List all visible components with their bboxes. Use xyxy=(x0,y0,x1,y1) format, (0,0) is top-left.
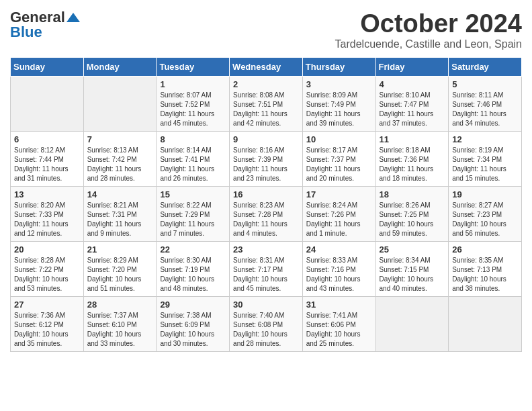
logo-blue-text: Blue xyxy=(10,25,42,40)
day-number: 24 xyxy=(306,244,372,255)
day-info: Sunrise: 7:37 AM Sunset: 6:10 PM Dayligh… xyxy=(87,311,153,349)
calendar-cell: 1Sunrise: 8:07 AM Sunset: 7:52 PM Daylig… xyxy=(157,76,230,131)
calendar-cell: 9Sunrise: 8:16 AM Sunset: 7:39 PM Daylig… xyxy=(230,131,303,186)
month-title: October 2024 xyxy=(335,10,522,38)
day-number: 20 xyxy=(14,244,80,255)
day-header: Friday xyxy=(375,57,449,76)
calendar-cell: 31Sunrise: 7:41 AM Sunset: 6:06 PM Dayli… xyxy=(302,296,375,351)
calendar-cell: 18Sunrise: 8:26 AM Sunset: 7:25 PM Dayli… xyxy=(375,186,449,241)
day-number: 11 xyxy=(380,134,445,144)
day-header: Saturday xyxy=(449,57,522,76)
day-number: 29 xyxy=(160,300,226,310)
calendar-cell xyxy=(83,76,157,131)
day-number: 10 xyxy=(306,134,372,144)
day-number: 23 xyxy=(233,244,299,255)
day-number: 26 xyxy=(452,244,518,255)
calendar-cell: 21Sunrise: 8:29 AM Sunset: 7:20 PM Dayli… xyxy=(83,241,157,296)
page-header: General Blue October 2024 Tardelcuende, … xyxy=(10,10,522,50)
calendar-cell: 30Sunrise: 7:40 AM Sunset: 6:08 PM Dayli… xyxy=(230,296,303,351)
day-number: 9 xyxy=(233,134,299,144)
calendar-cell: 8Sunrise: 8:14 AM Sunset: 7:41 PM Daylig… xyxy=(157,131,230,186)
day-info: Sunrise: 8:35 AM Sunset: 7:13 PM Dayligh… xyxy=(452,256,518,293)
day-info: Sunrise: 8:23 AM Sunset: 7:28 PM Dayligh… xyxy=(233,201,299,238)
day-number: 5 xyxy=(452,79,518,89)
calendar-cell: 2Sunrise: 8:08 AM Sunset: 7:51 PM Daylig… xyxy=(230,76,303,131)
day-header: Monday xyxy=(83,57,157,76)
day-info: Sunrise: 8:16 AM Sunset: 7:39 PM Dayligh… xyxy=(233,146,299,183)
day-info: Sunrise: 8:26 AM Sunset: 7:25 PM Dayligh… xyxy=(380,201,445,238)
calendar-body: 1Sunrise: 8:07 AM Sunset: 7:52 PM Daylig… xyxy=(11,76,522,351)
title-block: October 2024 Tardelcuende, Castille and … xyxy=(335,10,522,50)
calendar-header: SundayMondayTuesdayWednesdayThursdayFrid… xyxy=(11,57,522,76)
day-number: 18 xyxy=(380,189,445,199)
day-number: 16 xyxy=(233,189,299,199)
day-number: 17 xyxy=(306,189,372,199)
location-text: Tardelcuende, Castille and Leon, Spain xyxy=(335,38,522,50)
day-number: 3 xyxy=(306,79,372,89)
day-info: Sunrise: 8:34 AM Sunset: 7:15 PM Dayligh… xyxy=(380,256,445,293)
day-info: Sunrise: 8:19 AM Sunset: 7:34 PM Dayligh… xyxy=(452,146,518,183)
day-info: Sunrise: 8:27 AM Sunset: 7:23 PM Dayligh… xyxy=(452,201,518,238)
calendar-cell: 12Sunrise: 8:19 AM Sunset: 7:34 PM Dayli… xyxy=(449,131,522,186)
calendar-cell: 11Sunrise: 8:18 AM Sunset: 7:36 PM Dayli… xyxy=(375,131,449,186)
day-number: 22 xyxy=(160,244,226,255)
day-number: 12 xyxy=(452,134,518,144)
day-number: 1 xyxy=(160,79,226,89)
calendar-week-row: 20Sunrise: 8:28 AM Sunset: 7:22 PM Dayli… xyxy=(11,241,522,296)
calendar-cell: 20Sunrise: 8:28 AM Sunset: 7:22 PM Dayli… xyxy=(11,241,84,296)
calendar-table: SundayMondayTuesdayWednesdayThursdayFrid… xyxy=(10,57,522,352)
calendar-week-row: 27Sunrise: 7:36 AM Sunset: 6:12 PM Dayli… xyxy=(11,296,522,351)
day-number: 14 xyxy=(87,189,153,199)
logo-triangle-icon xyxy=(66,13,80,22)
day-info: Sunrise: 8:14 AM Sunset: 7:41 PM Dayligh… xyxy=(160,146,226,183)
calendar-cell xyxy=(449,296,522,351)
day-header: Thursday xyxy=(302,57,375,76)
calendar-cell xyxy=(11,76,84,131)
day-info: Sunrise: 8:11 AM Sunset: 7:46 PM Dayligh… xyxy=(452,91,518,128)
calendar-cell: 3Sunrise: 8:09 AM Sunset: 7:49 PM Daylig… xyxy=(302,76,375,131)
day-info: Sunrise: 7:38 AM Sunset: 6:09 PM Dayligh… xyxy=(160,311,226,349)
calendar-cell: 14Sunrise: 8:21 AM Sunset: 7:31 PM Dayli… xyxy=(83,186,157,241)
day-info: Sunrise: 8:22 AM Sunset: 7:29 PM Dayligh… xyxy=(160,201,226,238)
logo-general-text: General xyxy=(10,10,65,25)
calendar-cell xyxy=(375,296,449,351)
day-info: Sunrise: 8:17 AM Sunset: 7:37 PM Dayligh… xyxy=(306,146,372,183)
day-info: Sunrise: 8:33 AM Sunset: 7:16 PM Dayligh… xyxy=(306,256,372,293)
calendar-cell: 29Sunrise: 7:38 AM Sunset: 6:09 PM Dayli… xyxy=(157,296,230,351)
calendar-week-row: 13Sunrise: 8:20 AM Sunset: 7:33 PM Dayli… xyxy=(11,186,522,241)
calendar-cell: 17Sunrise: 8:24 AM Sunset: 7:26 PM Dayli… xyxy=(302,186,375,241)
day-number: 13 xyxy=(14,189,80,199)
day-number: 2 xyxy=(233,79,299,89)
day-number: 4 xyxy=(380,79,445,89)
calendar-cell: 19Sunrise: 8:27 AM Sunset: 7:23 PM Dayli… xyxy=(449,186,522,241)
day-number: 6 xyxy=(14,134,80,144)
day-info: Sunrise: 8:29 AM Sunset: 7:20 PM Dayligh… xyxy=(87,256,153,293)
day-info: Sunrise: 8:31 AM Sunset: 7:17 PM Dayligh… xyxy=(233,256,299,293)
header-row: SundayMondayTuesdayWednesdayThursdayFrid… xyxy=(11,57,522,76)
day-info: Sunrise: 7:36 AM Sunset: 6:12 PM Dayligh… xyxy=(14,311,80,349)
calendar-cell: 15Sunrise: 8:22 AM Sunset: 7:29 PM Dayli… xyxy=(157,186,230,241)
day-info: Sunrise: 8:10 AM Sunset: 7:47 PM Dayligh… xyxy=(380,91,445,128)
day-number: 28 xyxy=(87,300,153,310)
day-info: Sunrise: 8:28 AM Sunset: 7:22 PM Dayligh… xyxy=(14,256,80,293)
day-header: Wednesday xyxy=(230,57,303,76)
day-info: Sunrise: 8:13 AM Sunset: 7:42 PM Dayligh… xyxy=(87,146,153,183)
day-info: Sunrise: 8:18 AM Sunset: 7:36 PM Dayligh… xyxy=(380,146,445,183)
calendar-cell: 6Sunrise: 8:12 AM Sunset: 7:44 PM Daylig… xyxy=(11,131,84,186)
day-info: Sunrise: 8:21 AM Sunset: 7:31 PM Dayligh… xyxy=(87,201,153,238)
day-info: Sunrise: 8:30 AM Sunset: 7:19 PM Dayligh… xyxy=(160,256,226,293)
day-number: 7 xyxy=(87,134,153,144)
day-info: Sunrise: 7:41 AM Sunset: 6:06 PM Dayligh… xyxy=(306,311,372,349)
calendar-cell: 24Sunrise: 8:33 AM Sunset: 7:16 PM Dayli… xyxy=(302,241,375,296)
calendar-cell: 5Sunrise: 8:11 AM Sunset: 7:46 PM Daylig… xyxy=(449,76,522,131)
calendar-cell: 4Sunrise: 8:10 AM Sunset: 7:47 PM Daylig… xyxy=(375,76,449,131)
calendar-cell: 27Sunrise: 7:36 AM Sunset: 6:12 PM Dayli… xyxy=(11,296,84,351)
day-number: 30 xyxy=(233,300,299,310)
day-number: 19 xyxy=(452,189,518,199)
calendar-week-row: 1Sunrise: 8:07 AM Sunset: 7:52 PM Daylig… xyxy=(11,76,522,131)
calendar-cell: 13Sunrise: 8:20 AM Sunset: 7:33 PM Dayli… xyxy=(11,186,84,241)
day-number: 21 xyxy=(87,244,153,255)
day-number: 27 xyxy=(14,300,80,310)
logo: General Blue xyxy=(10,10,80,40)
day-number: 31 xyxy=(306,300,372,310)
